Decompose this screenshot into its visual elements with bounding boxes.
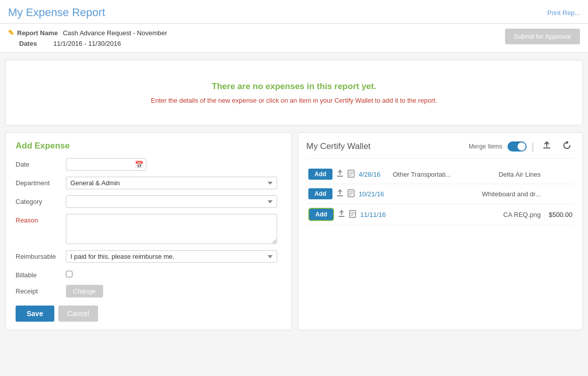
merge-items-toggle[interactable] (508, 141, 527, 152)
report-name-label: ✎ Report Name (8, 29, 58, 37)
wallet-items-container: Add 4/28/16 Other Transportati... Delta … (306, 165, 574, 225)
category-label: Category (16, 195, 61, 205)
reason-row: Reason (16, 214, 281, 244)
no-expenses-box: There are no expenses in this report yet… (5, 60, 583, 125)
wallet-add-button-2[interactable]: Add (308, 208, 334, 221)
report-meta-left: ✎ Report Name Cash Advance Request - Nov… (8, 29, 505, 47)
date-row: Date 📅 (16, 158, 281, 171)
reimbursable-label: Reimbursable (16, 250, 61, 260)
wallet-item-doc-icon-0[interactable] (348, 170, 355, 179)
wallet-divider: | (532, 141, 534, 152)
wallet-item-vendor-2: CA REQ.png (503, 211, 541, 218)
page-title: My Expense Report (8, 6, 105, 19)
billable-checkbox-wrapper (66, 269, 72, 277)
wallet-item-date-0: 4/28/16 (359, 171, 389, 178)
wallet-item-date-2: 11/11/16 (360, 211, 390, 218)
department-row: Department General & Admin Engineering M… (16, 177, 281, 189)
svg-rect-0 (543, 147, 550, 148)
no-expenses-subtitle: Enter the details of the new expense or … (151, 97, 437, 104)
wallet-item-vendor-1: Whiteboard and dr... (482, 190, 541, 198)
wallet-item-vendor-0: Delta Air Lines (498, 171, 541, 178)
svg-rect-14 (339, 216, 345, 217)
date-label: Date (16, 158, 61, 168)
form-actions: Save Cancel (16, 306, 281, 322)
wallet-item-upload-icon-0[interactable] (337, 170, 344, 179)
merge-items-label: Merge Items (469, 143, 502, 150)
wallet-item: Add 4/28/16 Other Transportati... Delta … (306, 165, 574, 184)
wallet-add-button-0[interactable]: Add (308, 169, 332, 180)
date-input[interactable] (66, 158, 146, 171)
department-label: Department (16, 177, 61, 187)
toggle-knob (518, 142, 526, 151)
cancel-button[interactable]: Cancel (58, 306, 99, 322)
wallet-refresh-button[interactable] (559, 140, 574, 153)
wallet-item: Add 10/21/16 Whiteboard and dr... (306, 184, 574, 204)
category-select[interactable] (66, 195, 277, 208)
bottom-section: Add Expense Date 📅 Department General & … (5, 132, 583, 330)
save-button[interactable]: Save (16, 306, 54, 322)
receipt-row: Receipt Change (16, 285, 281, 297)
certify-wallet-panel: My Certify Wallet Merge Items | (298, 132, 583, 330)
billable-checkbox[interactable] (66, 271, 72, 277)
add-expense-title: Add Expense (16, 141, 281, 151)
add-expense-panel: Add Expense Date 📅 Department General & … (5, 132, 292, 330)
billable-row: Billable (16, 269, 281, 279)
department-select[interactable]: General & Admin Engineering Marketing Sa… (66, 177, 277, 189)
svg-rect-2 (337, 176, 343, 177)
reimbursable-select[interactable]: I paid for this, please reimburse me. Co… (66, 250, 277, 263)
no-expenses-title: There are no expenses in this report yet… (212, 82, 376, 92)
dates-value: 11/1/2016 - 11/30/2016 (53, 40, 121, 47)
edit-icon[interactable]: ✎ (8, 29, 14, 37)
header-bar: My Expense Report Print Rep... (0, 0, 588, 24)
wallet-item-upload-icon-2[interactable] (338, 210, 345, 219)
wallet-item: Add 11/11/16 CA REQ.png $500.00 (306, 204, 574, 225)
wallet-item-category-0: Other Transportati... (393, 171, 494, 178)
wallet-item-doc-icon-1[interactable] (348, 189, 355, 199)
report-name-row: ✎ Report Name Cash Advance Request - Nov… (8, 29, 505, 37)
wallet-add-button-1[interactable]: Add (308, 188, 332, 199)
date-input-wrapper: 📅 (66, 158, 146, 171)
reason-textarea[interactable] (66, 214, 277, 244)
receipt-change-button[interactable]: Change (66, 285, 103, 297)
wallet-item-doc-icon-2[interactable] (349, 210, 356, 219)
reimbursable-row: Reimbursable I paid for this, please rei… (16, 250, 281, 263)
billable-label: Billable (16, 269, 61, 279)
reason-label: Reason (16, 214, 61, 224)
wallet-upload-button[interactable] (539, 140, 554, 153)
wallet-title: My Certify Wallet (306, 141, 464, 152)
wallet-item-upload-icon-1[interactable] (337, 189, 344, 199)
svg-rect-8 (337, 195, 343, 196)
wallet-item-amount-2: $500.00 (545, 211, 572, 218)
dates-label: Dates (8, 40, 48, 47)
calendar-icon: 📅 (135, 161, 143, 169)
print-report-link[interactable]: Print Rep... (547, 9, 580, 17)
submit-approval-button[interactable]: Submit for Approval (505, 29, 580, 44)
report-name-value: Cash Advance Request - November (63, 29, 167, 37)
wallet-item-date-1: 10/21/16 (359, 190, 389, 198)
receipt-label: Receipt (16, 285, 61, 295)
dates-row: Dates 11/1/2016 - 11/30/2016 (8, 40, 505, 47)
wallet-header: My Certify Wallet Merge Items | (306, 140, 574, 159)
report-meta: ✎ Report Name Cash Advance Request - Nov… (0, 24, 588, 53)
category-row: Category (16, 195, 281, 208)
